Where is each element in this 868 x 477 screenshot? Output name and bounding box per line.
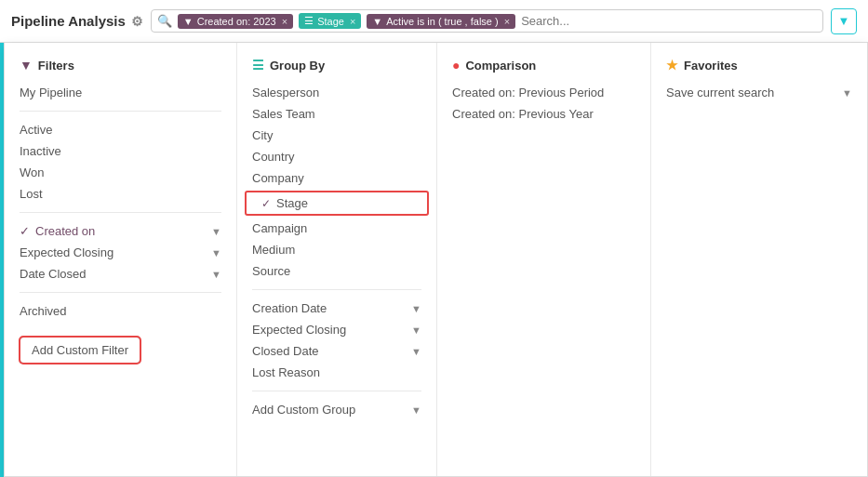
groupby-expected-closing[interactable]: Expected Closing ▼ [237, 319, 436, 340]
comparison-previous-year-label: Created on: Previous Year [452, 107, 594, 121]
filter-tag-created-label: Created on: 2023 [197, 16, 276, 27]
expand-groupby-expected-closing-icon: ▼ [411, 325, 421, 336]
expand-date-closed-icon: ▼ [211, 269, 221, 280]
groupby-source-label: Source [252, 264, 290, 278]
search-area: 🔍 ▼ Created on: 2023 × ☰ Stage × ▼ Activ… [151, 9, 823, 33]
groupby-company[interactable]: Company [237, 167, 436, 189]
groupby-lost-reason[interactable]: Lost Reason [237, 362, 436, 383]
filter-item-inactive[interactable]: Inactive [5, 140, 236, 162]
save-current-search-label: Save current search [666, 86, 774, 99]
filter-item-created-on[interactable]: ✓ Created on ▼ [5, 220, 236, 242]
my-pipeline-label: My Pipeline [20, 86, 82, 99]
groupby-city[interactable]: City [237, 125, 436, 146]
groupby-country-label: Country [252, 150, 295, 164]
check-stage: ✓ [261, 197, 271, 210]
groupby-sales-team[interactable]: Sales Team [237, 103, 436, 125]
page-title: Pipeline Analysis ⚙ [11, 13, 143, 29]
search-dropdown-button[interactable]: ▼ [831, 8, 857, 34]
save-current-search-row[interactable]: Save current search ▼ [651, 82, 867, 103]
comparison-previous-period-label: Created on: Previous Period [452, 86, 604, 99]
groupby-salesperson-label: Salesperson [252, 86, 319, 99]
filter-icon-active: ▼ [372, 16, 382, 27]
filter-tag-active-label: Active is in ( true , false ) [386, 16, 498, 27]
groupby-closed-date[interactable]: Closed Date ▼ [237, 340, 436, 362]
add-custom-group-arrow: ▼ [411, 404, 421, 416]
groupby-salesperson[interactable]: Salesperson [237, 82, 436, 103]
groupby-closed-date-label: Closed Date [252, 344, 319, 358]
groupby-header-label: Group By [270, 59, 325, 73]
groupby-creation-date[interactable]: Creation Date ▼ [237, 298, 436, 319]
expand-groupby-closed-date-icon: ▼ [411, 346, 421, 357]
add-custom-group-label: Add Custom Group [252, 403, 355, 417]
filter-archived-label: Archived [20, 304, 67, 318]
dropdown-panel: ▼ Filters My Pipeline Active Inactive Wo… [4, 43, 868, 477]
comparison-icon: ● [452, 58, 460, 73]
filter-tag-stage-close[interactable]: × [350, 16, 355, 27]
gear-icon[interactable]: ⚙ [131, 14, 143, 29]
groupby-company-label: Company [252, 171, 304, 185]
groupby-expected-closing-label: Expected Closing [252, 323, 346, 337]
groupby-icon: ☰ [252, 58, 264, 73]
filter-tag-active: ▼ Active is in ( true , false ) × [367, 14, 515, 29]
expand-expected-closing-icon: ▼ [211, 247, 221, 258]
search-icon: 🔍 [157, 14, 172, 28]
filters-header: ▼ Filters [5, 58, 236, 82]
star-icon: ★ [666, 58, 678, 73]
filter-item-won[interactable]: Won [5, 162, 236, 183]
groupby-lost-reason-label: Lost Reason [252, 365, 320, 379]
groupby-source[interactable]: Source [237, 260, 436, 282]
favorites-header: ★ Favorites [651, 58, 867, 82]
comparison-header: ● Comparison [437, 58, 650, 82]
groupby-campaign[interactable]: Campaign [237, 218, 436, 239]
filter-item-archived[interactable]: Archived [5, 300, 236, 322]
filter-icon-created: ▼ [183, 16, 194, 27]
expand-created-on-icon: ▼ [211, 226, 221, 237]
filter-tag-stage: ☰ Stage × [299, 13, 361, 29]
favorites-column: ★ Favorites Save current search ▼ [651, 43, 867, 476]
groupby-city-label: City [252, 128, 273, 142]
my-pipeline-item[interactable]: My Pipeline [5, 82, 236, 103]
groupby-creation-date-label: Creation Date [252, 301, 327, 315]
filter-item-expected-closing[interactable]: Expected Closing ▼ [5, 242, 236, 263]
groupby-sep-2 [252, 391, 421, 391]
add-custom-group-button[interactable]: Add Custom Group ▼ [237, 399, 436, 420]
comparison-previous-period[interactable]: Created on: Previous Period [437, 82, 650, 103]
search-input[interactable] [521, 14, 817, 28]
groupby-stage-label: Stage [276, 196, 308, 210]
filter-inactive-label: Inactive [20, 144, 61, 158]
filter-tag-stage-label: Stage [317, 16, 344, 27]
filter-tag-active-close[interactable]: × [504, 16, 510, 27]
groupby-medium[interactable]: Medium [237, 239, 436, 260]
groupby-medium-label: Medium [252, 243, 295, 257]
expand-creation-date-icon: ▼ [411, 303, 421, 314]
check-created-on: ✓ [20, 224, 30, 238]
groupby-country[interactable]: Country [237, 146, 436, 167]
filter-lost-label: Lost [20, 187, 43, 201]
filter-expected-closing-label: Expected Closing [20, 245, 114, 259]
comparison-column: ● Comparison Created on: Previous Period… [437, 43, 651, 476]
topbar: Pipeline Analysis ⚙ 🔍 ▼ Created on: 2023… [0, 0, 868, 43]
filter-funnel-icon: ▼ [20, 58, 33, 73]
save-search-arrow: ▼ [842, 87, 852, 99]
comparison-previous-year[interactable]: Created on: Previous Year [437, 103, 650, 125]
filter-active-label: Active [20, 123, 52, 137]
filter-tag-created-close[interactable]: × [282, 16, 287, 27]
groupby-sep [252, 289, 421, 290]
filter-sep-1 [20, 111, 221, 112]
filter-item-active[interactable]: Active [5, 119, 236, 140]
groupby-campaign-label: Campaign [252, 221, 307, 235]
filter-date-closed-label: Date Closed [20, 267, 87, 281]
filter-created-on-label: Created on [35, 224, 95, 238]
add-custom-filter-button[interactable]: Add Custom Filter [20, 337, 140, 364]
groupby-sales-team-label: Sales Team [252, 107, 315, 121]
page-title-text: Pipeline Analysis [11, 13, 126, 29]
comparison-header-label: Comparison [465, 59, 536, 73]
groupby-header: ☰ Group By [237, 58, 436, 82]
filters-column: ▼ Filters My Pipeline Active Inactive Wo… [5, 43, 237, 476]
filter-won-label: Won [20, 166, 45, 179]
filter-item-date-closed[interactable]: Date Closed ▼ [5, 263, 236, 285]
filter-sep-2 [20, 212, 221, 213]
favorites-header-label: Favorites [684, 59, 738, 73]
filter-item-lost[interactable]: Lost [5, 183, 236, 205]
groupby-stage[interactable]: ✓ Stage [245, 191, 429, 216]
